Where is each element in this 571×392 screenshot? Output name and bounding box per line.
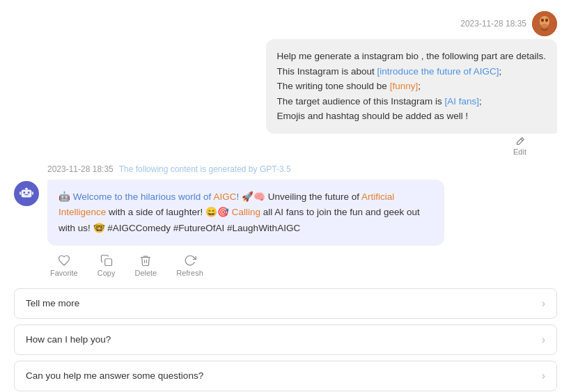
action-buttons: Favorite Copy Delete (47, 254, 557, 277)
bot-bubble: 🤖 Welcome to the hilarious world of AIGC… (47, 180, 444, 246)
svg-rect-6 (23, 191, 25, 194)
svg-rect-7 (28, 191, 30, 194)
svg-rect-10 (19, 191, 21, 195)
suggestion-3-arrow: › (542, 370, 545, 382)
suggestion-1-text: Tell me more (26, 298, 79, 308)
suggestion-3[interactable]: Can you help me answer some questions? › (14, 361, 557, 391)
copy-button[interactable]: Copy (97, 254, 116, 277)
suggestion-1[interactable]: Tell me more › (14, 288, 557, 319)
delete-button[interactable]: Delete (134, 254, 157, 277)
svg-rect-12 (104, 259, 111, 266)
suggestions: Tell me more › How can I help you? › Can… (14, 288, 557, 392)
user-avatar (532, 11, 557, 36)
user-line-3: The writing tone should be [funny]; (277, 79, 546, 94)
chat-container: 2023-11-28 18:35 Help me generate a inst… (14, 11, 557, 392)
bot-meta: 2023-11-28 18:35 The following content i… (47, 164, 557, 174)
user-line-1: Help me generate a instagram bio , the f… (277, 49, 546, 64)
user-line-2: This Instagram is about [introduce the f… (277, 64, 546, 79)
suggestion-3-text: Can you help me answer some questions? (26, 370, 203, 381)
user-line-5: Emojis and hashtag should be added as we… (277, 109, 546, 124)
bot-message-row: 2023-11-28 18:35 The following content i… (14, 164, 557, 277)
svg-rect-5 (22, 189, 32, 197)
bot-content-row: 🤖 Welcome to the hilarious world of AIGC… (14, 180, 557, 246)
svg-point-4 (541, 24, 548, 28)
bot-timestamp: 2023-11-28 18:35 (47, 164, 114, 174)
suggestion-1-arrow: › (542, 297, 545, 310)
svg-rect-8 (24, 194, 29, 195)
svg-rect-11 (32, 191, 33, 195)
user-message-row: 2023-11-28 18:35 Help me generate a inst… (14, 11, 557, 156)
favorite-button[interactable]: Favorite (50, 254, 78, 277)
edit-button[interactable]: Edit (513, 136, 526, 156)
user-meta: 2023-11-28 18:35 (460, 11, 557, 36)
svg-rect-9 (25, 188, 28, 190)
user-bubble: Help me generate a instagram bio , the f… (266, 39, 557, 134)
refresh-button[interactable]: Refresh (176, 254, 203, 277)
suggestion-2[interactable]: How can I help you? › (14, 324, 557, 355)
edit-btn-row: Edit (513, 136, 526, 156)
user-line-4: The target audience of this Instagram is… (277, 94, 546, 109)
user-timestamp: 2023-11-28 18:35 (460, 19, 526, 29)
svg-point-3 (545, 19, 548, 22)
bot-meta-label: The following content is generated by GP… (119, 164, 291, 174)
suggestion-2-arrow: › (542, 334, 545, 346)
suggestion-2-text: How can I help you? (26, 334, 111, 345)
svg-point-2 (541, 19, 544, 22)
bot-avatar (14, 181, 39, 206)
